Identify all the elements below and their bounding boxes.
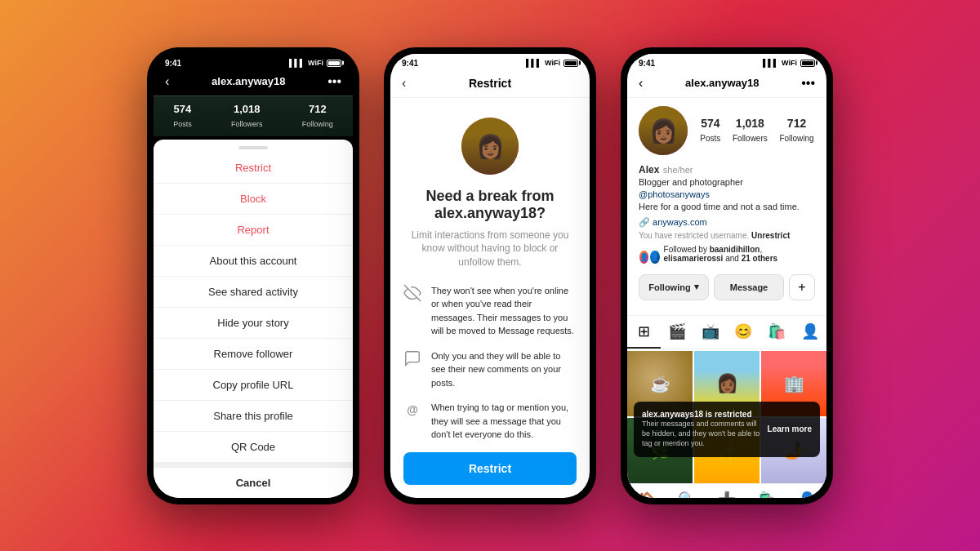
tab-user[interactable]: 👤 — [793, 316, 826, 349]
nav-profile[interactable]: 👤 — [798, 491, 816, 498]
profile-action-buttons: Following ▾ Message + — [639, 274, 815, 300]
p3-stat-posts: 574 Posts — [700, 117, 720, 144]
status-icons-1: ▌▌▌ WiFi — [289, 59, 341, 67]
back-button-2[interactable]: ‹ — [402, 76, 406, 91]
following-chevron: ▾ — [694, 282, 699, 292]
phone-2: 9:41 ▌▌▌ WiFi ‹ Restrict Need a break fr… — [384, 47, 596, 504]
add-friend-button[interactable]: + — [789, 274, 815, 300]
battery-icon-3 — [800, 60, 815, 67]
stat-followers: 1,018 Followers — [231, 103, 263, 130]
restrict-description: Limit interactions from someone you know… — [403, 229, 577, 269]
restrict-feature-2: Only you and they will be able to see th… — [403, 349, 577, 390]
feature-text-1: They won't see when you're online or whe… — [431, 284, 577, 338]
wifi-icon: WiFi — [308, 59, 323, 67]
signal-icon: ▌▌▌ — [289, 59, 305, 67]
bottom-navigation: 🏠 🔍 ➕ 🛍️ 👤 — [627, 483, 826, 498]
restrict-action-button[interactable]: Restrict — [403, 452, 577, 485]
profile-header-3: ‹ alex.anyway18 ••• — [627, 69, 826, 98]
mini-avatar-1: 👤 — [639, 250, 649, 264]
tab-shop[interactable]: 🛍️ — [760, 316, 794, 349]
unrestrict-link[interactable]: Unrestrict — [751, 231, 790, 240]
drag-handle — [238, 146, 268, 149]
feature-text-3: When trying to tag or mention you, they … — [431, 401, 577, 442]
profile-link[interactable]: 🔗 anyways.com — [639, 214, 815, 229]
action-share-profile[interactable]: Share this profile — [154, 401, 353, 432]
toast-content: alex.anyways18 is restricted Their messa… — [642, 410, 761, 448]
following-label: Following — [648, 282, 690, 292]
stat-following: 712 Following — [302, 103, 333, 130]
status-time-1: 9:41 — [165, 59, 181, 68]
nav-shop[interactable]: 🛍️ — [758, 491, 776, 498]
bio-line-2: Here for a good time and not a sad time. — [639, 201, 815, 213]
restricted-toast: alex.anyways18 is restricted Their messa… — [634, 402, 820, 456]
tab-grid[interactable]: ⊞ — [627, 316, 661, 349]
followers-preview-text: Followed by baanidihillon, elisamarieros… — [664, 245, 815, 263]
action-qr[interactable]: QR Code — [154, 432, 353, 463]
followers-preview-row: 👤 👤 Followed by baanidihillon, elisamari… — [639, 245, 815, 269]
profile-stats-3: 574 Posts 1,018 Followers 712 Following — [699, 117, 815, 144]
phone-1: 9:41 ▌▌▌ WiFi ‹ alex.anyway18 ••• 574 Po… — [147, 47, 359, 504]
restrict-title-header: Restrict — [469, 77, 511, 90]
status-bar-3: 9:41 ▌▌▌ WiFi — [627, 54, 826, 69]
action-about[interactable]: About this account — [154, 246, 353, 277]
more-icon-3[interactable]: ••• — [801, 76, 815, 91]
profile-bio: Alex she/her Blogger and photographer @p… — [639, 162, 815, 240]
learn-more-link[interactable]: Learn more — [768, 424, 812, 433]
profile-stats-1: 574 Posts 1,018 Followers 712 Following — [154, 96, 353, 136]
profile-username-3: alex.anyway18 — [685, 77, 759, 89]
status-time-3: 9:41 — [639, 59, 655, 68]
battery-icon-2 — [564, 60, 578, 67]
action-remove-follower[interactable]: Remove follower — [154, 339, 353, 370]
restrict-content: Need a break from alex.anyway18? Limit i… — [390, 98, 590, 452]
back-icon-1[interactable]: ‹ — [165, 74, 169, 89]
cancel-button[interactable]: Cancel — [154, 463, 353, 498]
nav-search[interactable]: 🔍 — [678, 491, 696, 498]
profile-username-1: alex.anyway18 — [212, 75, 285, 87]
profile-top: 574 Posts 1,018 Followers 712 Following — [639, 106, 815, 155]
profile-tabs: ⊞ 🎬 📺 😊 🛍️ 👤 — [627, 315, 826, 349]
status-icons-3: ▌▌▌ WiFi — [763, 59, 815, 67]
action-restrict[interactable]: Restrict — [154, 153, 353, 184]
mention-icon: @ — [403, 401, 421, 419]
avatar-face-3 — [639, 106, 688, 155]
tab-tagged[interactable]: 😊 — [727, 316, 760, 349]
p3-stat-followers: 1,018 Followers — [733, 117, 768, 144]
nav-add[interactable]: ➕ — [718, 491, 736, 498]
action-copy-url[interactable]: Copy profile URL — [154, 370, 353, 401]
restrict-feature-3: @ When trying to tag or mention you, the… — [403, 401, 577, 442]
restrict-main-title: Need a break from alex.anyway18? — [403, 188, 577, 222]
toast-title: alex.anyways18 is restricted — [642, 410, 761, 419]
mini-avatar-2: 👤 — [649, 250, 660, 264]
back-icon-3[interactable]: ‹ — [639, 76, 643, 91]
action-hide-story[interactable]: Hide your story — [154, 308, 353, 339]
status-icons-2: ▌▌▌ WiFi — [526, 59, 578, 67]
wifi-icon-3: WiFi — [782, 59, 797, 67]
tab-video[interactable]: 📺 — [693, 316, 727, 349]
profile-header-1: ‹ alex.anyway18 ••• — [154, 69, 353, 96]
action-block[interactable]: Block — [154, 184, 353, 215]
restrict-feature-1: They won't see when you're online or whe… — [403, 284, 577, 338]
restrict-header: ‹ Restrict — [390, 69, 590, 98]
profile-name: Alex she/her — [639, 162, 815, 176]
status-bar-2: 9:41 ▌▌▌ WiFi — [390, 54, 590, 69]
action-report[interactable]: Report — [154, 215, 353, 246]
comment-icon — [403, 349, 421, 367]
more-icon-1[interactable]: ••• — [327, 74, 341, 89]
phone-3: 9:41 ▌▌▌ WiFi ‹ alex.anyway18 ••• 574 — [621, 47, 833, 504]
battery-icon — [327, 60, 341, 67]
bio-line-1: Blogger and photographer @photosanyways — [639, 176, 815, 202]
status-time-2: 9:41 — [402, 59, 418, 68]
following-button[interactable]: Following ▾ — [639, 274, 709, 300]
message-button[interactable]: Message — [714, 274, 784, 300]
profile-section-3: 574 Posts 1,018 Followers 712 Following — [627, 98, 826, 315]
profile-avatar-3 — [639, 106, 688, 155]
feature-text-2: Only you and they will be able to see th… — [431, 349, 577, 390]
tab-reels[interactable]: 🎬 — [661, 316, 694, 349]
action-sheet: Restrict Block Report About this account… — [154, 140, 353, 498]
restricted-notice: You have restricted username. Unrestrict — [639, 231, 815, 240]
profile-bg-1: 574 Posts 1,018 Followers 712 Following — [154, 96, 353, 136]
nav-home[interactable]: 🏠 — [638, 491, 656, 498]
avatar-face-2 — [461, 118, 519, 175]
wifi-icon-2: WiFi — [545, 59, 560, 67]
action-shared[interactable]: See shared activity — [154, 277, 353, 308]
